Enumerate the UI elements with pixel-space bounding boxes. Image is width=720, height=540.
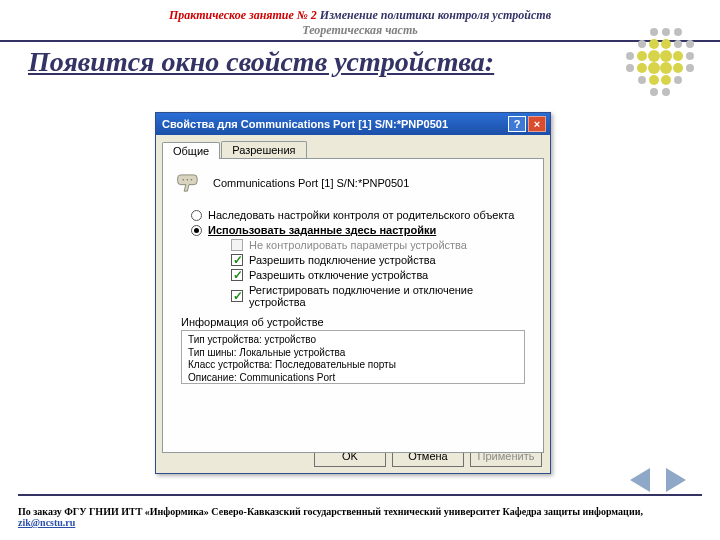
checkbox-icon [231, 290, 243, 302]
tab-strip: Общие Разрешения [162, 141, 544, 158]
tab-permissions[interactable]: Разрешения [221, 141, 306, 158]
dialog-title: Свойства для Communications Port [1] S/N… [162, 118, 506, 130]
info-line: Описание: Communications Port [188, 372, 518, 385]
svg-point-1 [662, 28, 670, 36]
footer-email-link[interactable]: zik@ncstu.ru [18, 517, 75, 528]
properties-dialog: Свойства для Communications Port [1] S/N… [155, 112, 551, 474]
radio-icon [191, 210, 202, 221]
svg-point-24 [650, 88, 658, 96]
svg-point-26 [183, 179, 185, 181]
svg-point-3 [638, 40, 646, 48]
footer: По заказу ФГУ ГНИИ ИТТ «Информика» Север… [18, 506, 702, 528]
svg-point-13 [686, 52, 694, 60]
svg-point-10 [648, 50, 660, 62]
svg-point-0 [650, 28, 658, 36]
help-button[interactable]: ? [508, 116, 526, 132]
tab-general[interactable]: Общие [162, 142, 220, 159]
svg-point-17 [660, 62, 672, 74]
svg-point-21 [649, 75, 659, 85]
radio-icon [191, 225, 202, 236]
header-title: Изменение политики контроля устройств [317, 8, 551, 22]
check-nocontrol-label: Не контролировать параметры устройства [249, 239, 467, 251]
prev-arrow-icon[interactable] [630, 468, 650, 492]
svg-point-2 [674, 28, 682, 36]
radio-custom-label: Использовать заданные здесь настройки [208, 224, 436, 236]
svg-point-28 [191, 179, 193, 181]
decorative-dots [604, 26, 694, 116]
header-prefix: Практическое занятие № 2 [169, 8, 317, 22]
check-allow-disconnect[interactable]: Разрешить отключение устройства [231, 269, 531, 281]
svg-point-18 [673, 63, 683, 73]
checkbox-icon [231, 269, 243, 281]
check-log-label: Регистрировать подключение и отключение … [249, 284, 531, 308]
svg-point-6 [674, 40, 682, 48]
svg-point-9 [637, 51, 647, 61]
checkbox-icon [231, 239, 243, 251]
svg-point-14 [626, 64, 634, 72]
svg-point-27 [187, 179, 189, 181]
svg-point-11 [660, 50, 672, 62]
header-subtitle: Теоретическая часть [20, 23, 700, 38]
next-arrow-icon[interactable] [666, 468, 686, 492]
svg-point-12 [673, 51, 683, 61]
info-line: Тип устройства: устройство [188, 334, 518, 347]
svg-point-19 [686, 64, 694, 72]
svg-point-16 [648, 62, 660, 74]
footer-separator [18, 494, 702, 496]
serial-port-icon [175, 169, 203, 197]
svg-point-23 [674, 76, 682, 84]
device-info-box: Тип устройства: устройство Тип шины: Лок… [181, 330, 525, 384]
footer-text: По заказу ФГУ ГНИИ ИТТ «Информика» Север… [18, 506, 643, 517]
check-allow-disconnect-label: Разрешить отключение устройства [249, 269, 428, 281]
check-log[interactable]: Регистрировать подключение и отключение … [231, 284, 531, 308]
check-nocontrol[interactable]: Не контролировать параметры устройства [231, 239, 531, 251]
device-name: Communications Port [1] S/N:*PNP0501 [213, 177, 409, 189]
svg-point-15 [637, 63, 647, 73]
svg-point-8 [626, 52, 634, 60]
dialog-client: Общие Разрешения Communications Port [1]… [156, 135, 550, 473]
info-line: Класс устройства: Последовательные порты [188, 359, 518, 372]
svg-point-5 [661, 39, 671, 49]
check-allow-connect-label: Разрешить подключение устройства [249, 254, 436, 266]
nav-arrows [622, 468, 694, 492]
title-bar[interactable]: Свойства для Communications Port [1] S/N… [156, 113, 550, 135]
check-allow-connect[interactable]: Разрешить подключение устройства [231, 254, 531, 266]
svg-point-4 [649, 39, 659, 49]
info-label: Информация об устройстве [181, 316, 531, 328]
svg-point-22 [661, 75, 671, 85]
radio-inherit[interactable]: Наследовать настройки контроля от родите… [191, 209, 531, 221]
radio-inherit-label: Наследовать настройки контроля от родите… [208, 209, 514, 221]
svg-point-25 [662, 88, 670, 96]
tab-body: Communications Port [1] S/N:*PNP0501 Нас… [162, 158, 544, 453]
svg-point-7 [686, 40, 694, 48]
svg-point-20 [638, 76, 646, 84]
radio-custom[interactable]: Использовать заданные здесь настройки [191, 224, 531, 236]
close-button[interactable]: × [528, 116, 546, 132]
checkbox-icon [231, 254, 243, 266]
info-line: Тип шины: Локальные устройства [188, 347, 518, 360]
